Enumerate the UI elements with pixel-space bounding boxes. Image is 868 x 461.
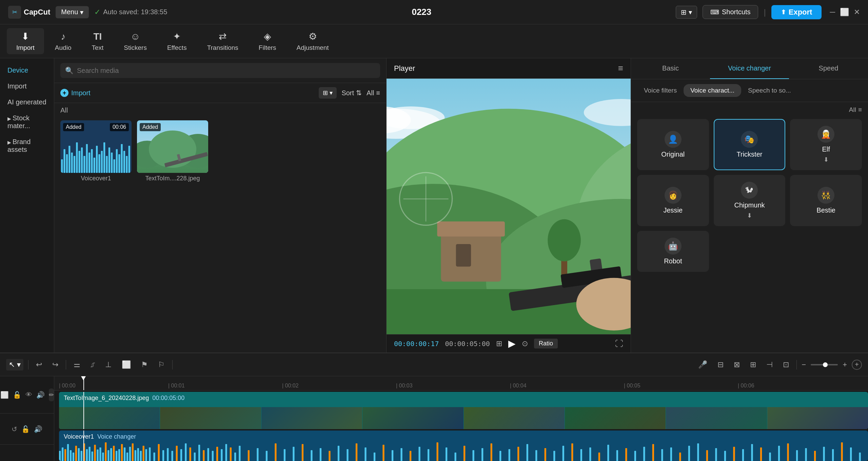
sidebar-item-device[interactable]: Device xyxy=(3,63,51,78)
tool-import[interactable]: ⬇ Import xyxy=(7,28,44,54)
media-thumb-voiceover[interactable]: Added 00:06 xyxy=(60,120,132,173)
svg-rect-110 xyxy=(207,448,209,461)
svg-rect-22 xyxy=(116,149,118,173)
ratio-button[interactable]: Ratio xyxy=(534,339,558,348)
voice-card-bestie[interactable]: 👯 Bestie xyxy=(790,175,862,226)
grid-view-icon[interactable]: ⊞ xyxy=(496,339,502,348)
audio-lock-icon[interactable]: 🔓 xyxy=(21,425,30,433)
timeline-track-controls: ⬜ 🔓 👁 🔊 ✏ ↺ 🔓 🔊 xyxy=(0,376,54,461)
sidebar-item-ai-generated[interactable]: AI generated xyxy=(3,95,51,109)
ruler-mark-6: | 00:06 xyxy=(738,383,754,389)
voice-card-chipmunk[interactable]: 🐿 Chipmunk ⬇ xyxy=(714,175,786,226)
video-visibility-icon[interactable]: 👁 xyxy=(25,391,32,399)
voice-card-trickster[interactable]: 🎭 Trickster xyxy=(714,119,786,170)
tab-speed[interactable]: Speed xyxy=(789,58,868,79)
zoom-in-icon[interactable]: + xyxy=(843,360,847,369)
playhead-video xyxy=(83,392,84,429)
svg-rect-131 xyxy=(364,447,366,461)
all-filter-button[interactable]: All≡ xyxy=(367,89,380,97)
subtitle-tool[interactable]: ⊡ xyxy=(780,359,792,370)
player-menu-icon[interactable]: ≡ xyxy=(618,63,623,74)
voice-card-elf[interactable]: 🧝 Elf ⬇ xyxy=(790,119,862,170)
trim-tool[interactable]: ⊥ xyxy=(102,359,114,370)
tool-transitions[interactable]: ⇄ Transitions xyxy=(198,28,248,54)
svg-rect-127 xyxy=(329,451,330,461)
tab-basic[interactable]: Basic xyxy=(631,58,710,79)
voice-card-original[interactable]: 👤 Original xyxy=(637,119,709,170)
voice-card-original-label: Original xyxy=(661,151,685,158)
tab-voice-changer[interactable]: Voice changer xyxy=(710,58,789,79)
divider-2 xyxy=(66,360,66,369)
fit-icon[interactable]: ⊙ xyxy=(522,339,528,348)
svg-rect-87 xyxy=(121,444,123,461)
crop-tool[interactable]: ⬜ xyxy=(119,359,134,370)
audio-loop-icon[interactable]: ↺ xyxy=(12,425,17,433)
tool-text[interactable]: TI Text xyxy=(82,28,113,54)
media-thumb-texttoimage[interactable]: Added xyxy=(137,120,208,173)
menu-button[interactable]: Menu▾ xyxy=(56,6,89,18)
sidebar-item-import[interactable]: Import xyxy=(3,79,51,94)
vf-tab-filters[interactable]: Voice filters xyxy=(637,84,684,97)
voice-card-robot[interactable]: 🤖 Robot xyxy=(637,231,709,272)
svg-rect-172 xyxy=(733,447,735,461)
svg-rect-102 xyxy=(171,451,173,461)
edit-icon[interactable]: ✏ xyxy=(49,388,54,401)
import-button[interactable]: + Import xyxy=(60,89,91,97)
logo-text: CapCut xyxy=(24,8,50,17)
svg-rect-168 xyxy=(697,443,699,461)
maximize-button[interactable]: ⬜ xyxy=(840,8,849,17)
playhead[interactable] xyxy=(83,376,84,390)
split-audio-tool[interactable]: ⊠ xyxy=(731,359,743,370)
redo-tool[interactable]: ↪ xyxy=(50,359,61,370)
sidebar-item-stock[interactable]: ▶Stock mater... xyxy=(3,111,51,133)
add-track-button[interactable]: + xyxy=(852,360,862,370)
layout-button[interactable]: ⊞ ▾ xyxy=(676,6,697,19)
stickers-label: Stickers xyxy=(124,44,147,52)
view-toggle-button[interactable]: ⊞ ▾ xyxy=(319,87,337,99)
vf-tab-characters[interactable]: Voice charact... xyxy=(684,84,741,97)
flag-tool[interactable]: ⚐ xyxy=(155,359,167,370)
split-tool-2[interactable]: ⎎ xyxy=(88,359,98,370)
close-button[interactable]: ✕ xyxy=(854,8,860,17)
tool-audio[interactable]: ♪ Audio xyxy=(45,28,81,54)
tool-adjustment[interactable]: ⚙ Adjustment xyxy=(287,28,338,54)
zoom-out-icon[interactable]: − xyxy=(802,360,806,369)
marker-tool[interactable]: ⚑ xyxy=(138,359,151,370)
fullscreen-button[interactable]: ⛶ xyxy=(615,339,623,348)
svg-rect-174 xyxy=(751,444,753,461)
all-filter-right[interactable]: All≡ xyxy=(631,102,868,115)
shortcuts-button[interactable]: ⌨ Shortcuts xyxy=(703,5,758,19)
link-tool[interactable]: ⊞ xyxy=(747,359,759,370)
svg-rect-115 xyxy=(230,447,232,461)
align-tool[interactable]: ⊣ xyxy=(764,359,775,370)
zoom-slider[interactable] xyxy=(811,364,838,365)
video-track-icon[interactable]: ⬜ xyxy=(0,391,9,399)
undo-tool[interactable]: ↩ xyxy=(33,359,45,370)
auto-saved: ✓ Auto saved: 19:38:55 xyxy=(94,8,167,17)
tool-filters[interactable]: ◈ Filters xyxy=(249,28,286,54)
video-lock-icon[interactable]: 🔓 xyxy=(13,391,21,399)
voice-card-jessie[interactable]: 👩 Jessie xyxy=(637,175,709,226)
minimize-button[interactable]: ─ xyxy=(830,8,835,17)
video-mute-icon[interactable]: 🔊 xyxy=(36,391,45,399)
mic-tool[interactable]: 🎤 xyxy=(695,359,710,370)
ruler-mark-2: | 00:02 xyxy=(282,383,299,389)
play-button[interactable]: ▶ xyxy=(508,338,516,349)
select-tool[interactable]: ↖ ▾ xyxy=(6,359,23,370)
vf-tab-speech[interactable]: Speech to so... xyxy=(741,84,798,97)
ruler-mark-3: | 00:03 xyxy=(396,383,413,389)
tool-effects[interactable]: ✦ Effects xyxy=(158,28,196,54)
split-tool[interactable]: ⚌ xyxy=(71,359,83,370)
svg-rect-75 xyxy=(88,447,90,461)
export-button[interactable]: ⬆ Export xyxy=(771,5,822,19)
project-title: 0223 xyxy=(412,7,431,17)
search-input[interactable] xyxy=(77,67,375,75)
svg-rect-2 xyxy=(66,154,68,173)
link-tracks-tool[interactable]: ⊟ xyxy=(715,359,726,370)
sort-button[interactable]: Sort⇅ xyxy=(341,89,362,97)
tool-stickers[interactable]: ☺ Stickers xyxy=(114,28,156,54)
svg-rect-88 xyxy=(124,447,125,461)
sidebar-item-brand-assets[interactable]: ▶Brand assets xyxy=(3,135,51,157)
audio-vol-icon[interactable]: 🔊 xyxy=(34,425,42,433)
adjustment-icon: ⚙ xyxy=(309,31,317,42)
